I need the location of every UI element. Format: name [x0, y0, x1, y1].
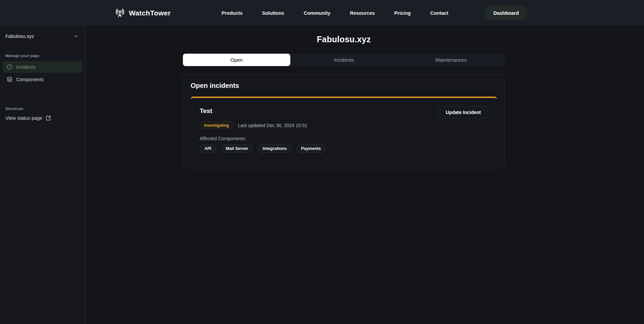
component-chip: Mail Server — [221, 145, 253, 153]
tab-bar: Open Incidents Maintenances — [183, 54, 505, 66]
brand[interactable]: WatchTower — [115, 0, 171, 26]
tab-open[interactable]: Open — [183, 54, 290, 66]
incident-name: Test — [200, 107, 212, 115]
page-selector-label: Fabulosu.xyz — [5, 34, 34, 39]
nav-link-pricing[interactable]: Pricing — [394, 10, 411, 16]
dashboard-button[interactable]: Dashboard — [485, 6, 528, 20]
alert-circle-icon — [7, 64, 12, 70]
chevron-down-icon — [73, 34, 79, 39]
layers-icon — [7, 76, 12, 82]
affected-components-label: Affected Components: — [200, 136, 488, 141]
main-area: Fabulosu.xyz Open Incidents Maintenances… — [86, 26, 644, 324]
status-badge: Investigating — [200, 121, 233, 129]
nav-link-community[interactable]: Community — [304, 10, 331, 16]
shortcuts-section-label: Shortcuts — [5, 107, 80, 111]
component-chip: Payments — [296, 145, 326, 153]
component-chip: API — [200, 145, 216, 153]
component-chip: Integrations — [258, 145, 292, 153]
sidebar-item-label: Incidents — [16, 64, 36, 70]
sidebar-item-components[interactable]: Components — [3, 73, 83, 85]
update-incident-button[interactable]: Update Incident — [438, 106, 488, 118]
brand-name: WatchTower — [129, 9, 171, 17]
view-status-page-link[interactable]: View status page — [5, 115, 80, 121]
external-link-icon — [46, 115, 51, 121]
nav-link-resources[interactable]: Resources — [350, 10, 375, 16]
radio-tower-icon — [115, 8, 125, 17]
last-updated-text: Last updated Dec 30, 2024 15:51 — [238, 123, 307, 128]
sidebar: Fabulosu.xyz Manage your page Incidents — [0, 26, 86, 324]
incident-item: Test Update Incident Investigating Last … — [191, 97, 497, 160]
nav-link-contact[interactable]: Contact — [430, 10, 448, 16]
tab-maintenances[interactable]: Maintenances — [397, 54, 505, 66]
tab-incidents[interactable]: Incidents — [290, 54, 398, 66]
affected-components-list: API Mail Server Integrations Payments — [200, 145, 488, 153]
manage-section-label: Manage your page — [5, 54, 80, 58]
nav-link-products[interactable]: Products — [221, 10, 243, 16]
open-incidents-card: Open incidents Test Update Incident Inve… — [183, 74, 505, 168]
top-navbar: WatchTower Products Solutions Community … — [0, 0, 644, 26]
sidebar-item-label: Components — [16, 77, 44, 82]
content-wrapper: Fabulosu.xyz Open Incidents Maintenances… — [183, 26, 505, 168]
page-selector[interactable]: Fabulosu.xyz — [0, 30, 85, 42]
view-status-page-label: View status page — [5, 115, 42, 121]
card-title: Open incidents — [191, 82, 497, 90]
top-nav-links: Products Solutions Community Resources P… — [221, 0, 448, 26]
page-title: Fabulosu.xyz — [183, 35, 505, 44]
sidebar-item-incidents[interactable]: Incidents — [3, 61, 83, 73]
nav-link-solutions[interactable]: Solutions — [262, 10, 284, 16]
